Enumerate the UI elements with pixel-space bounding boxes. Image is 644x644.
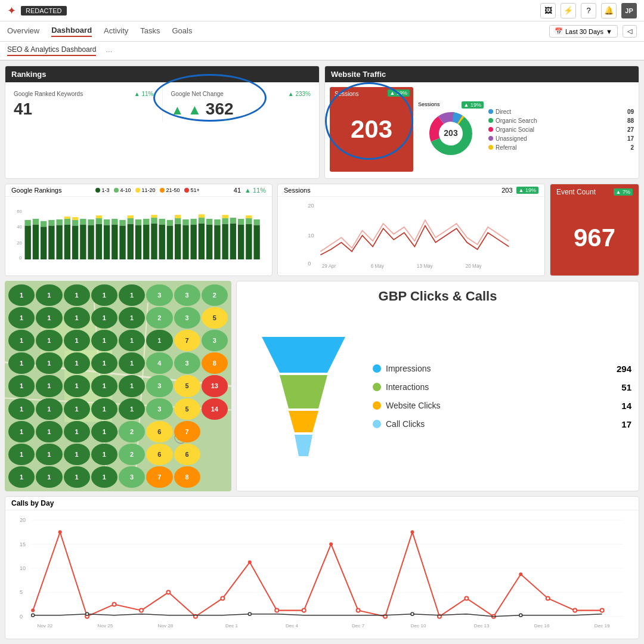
svg-rect-15 <box>41 221 47 227</box>
svg-rect-53 <box>175 224 181 259</box>
subnav-dots[interactable]: ··· <box>106 47 112 55</box>
lightning-icon-btn[interactable]: ⚡ <box>561 3 576 18</box>
svg-rect-77 <box>253 225 259 259</box>
svg-text:Dec 1: Dec 1 <box>225 623 239 628</box>
photo-icon-btn[interactable]: 🖼 <box>540 3 556 18</box>
svg-rect-64 <box>206 219 212 224</box>
svg-point-131 <box>600 609 604 612</box>
svg-text:Nov 25: Nov 25 <box>98 623 113 628</box>
svg-rect-35 <box>112 224 117 259</box>
rankings-body: Google Ranked Keywords ▲ 11% 41 Google N… <box>5 82 319 127</box>
svg-rect-52 <box>167 220 173 225</box>
svg-marker-98 <box>289 411 318 432</box>
grid-dot: 1 <box>36 444 62 465</box>
grid-dot: 1 <box>146 330 172 351</box>
svg-text:Dec 7: Dec 7 <box>352 623 365 628</box>
tab-goals[interactable]: Goals <box>172 26 193 36</box>
bell-icon-btn[interactable]: 🔔 <box>601 3 617 18</box>
svg-rect-41 <box>128 215 134 218</box>
svg-rect-33 <box>104 225 110 259</box>
svg-rect-36 <box>112 219 117 224</box>
legend-unassigned: Unassigned 17 <box>488 135 634 142</box>
legend-referral: Referral 2 <box>488 144 634 151</box>
grid-dot: 3 <box>174 284 200 306</box>
traffic-body: Sessions ▲ 19% 203 Sessions ▲ 19% <box>325 82 639 177</box>
sm-header: Sessions 203 ▲ 19% <box>278 184 544 197</box>
google-ranked-value: 41 <box>14 100 154 119</box>
grid-dot: 1 <box>91 307 117 329</box>
svg-point-130 <box>573 609 577 612</box>
event-badge: ▲ 7% <box>614 188 633 196</box>
gbp-legend-call-clicks: Call Clicks 17 <box>373 419 631 429</box>
svg-rect-44 <box>143 224 149 259</box>
grid-dot: 1 <box>91 444 117 465</box>
svg-rect-16 <box>48 225 54 259</box>
subnav-seo[interactable]: SEO & Analytics Dashboard <box>7 45 96 56</box>
svg-text:0: 0 <box>308 261 311 267</box>
funnel-container <box>244 331 363 462</box>
grid-dot: 1 <box>64 307 90 329</box>
svg-rect-67 <box>222 224 228 259</box>
svg-rect-39 <box>128 224 134 259</box>
svg-point-124 <box>410 530 414 534</box>
svg-rect-49 <box>159 224 165 259</box>
google-net-change-box: Google Net Change ▲ 233% ▲ 362 <box>168 87 315 122</box>
grid-dot: 1 <box>8 330 35 351</box>
funnel-chart <box>256 331 351 462</box>
svg-point-110 <box>31 609 35 612</box>
grid-dot: 1 <box>64 352 90 374</box>
grid-dot: 7 <box>146 466 172 488</box>
svg-rect-14 <box>41 227 47 259</box>
google-ranked-label: Google Ranked Keywords ▲ 11% <box>14 91 154 97</box>
svg-rect-12 <box>33 224 39 259</box>
grid-dot: 1 <box>36 330 62 351</box>
rankings-header: Rankings <box>5 66 319 82</box>
gr-badge: ▲ 11% <box>244 187 266 194</box>
svg-rect-74 <box>246 224 252 259</box>
svg-text:6 May: 6 May <box>371 264 385 269</box>
svg-point-128 <box>519 572 522 576</box>
grid-dot: 1 <box>36 284 62 306</box>
user-avatar[interactable]: JP <box>621 3 637 18</box>
svg-rect-40 <box>128 218 134 224</box>
svg-rect-29 <box>88 219 94 225</box>
svg-rect-65 <box>214 225 220 259</box>
top-nav: ✦ REDACTED 🖼 ⚡ ? 🔔 JP <box>0 0 644 21</box>
grid-dot: 2 <box>146 307 172 329</box>
date-range-btn[interactable]: 📅 Last 30 Days ▼ <box>549 25 618 38</box>
google-net-label: Google Net Change ▲ 233% <box>171 91 311 97</box>
tab-overview[interactable]: Overview <box>7 26 39 36</box>
svg-rect-11 <box>24 220 30 225</box>
svg-marker-99 <box>295 435 312 456</box>
event-label: Event Count <box>556 188 596 196</box>
grid-dot: 1 <box>91 284 117 306</box>
svg-rect-61 <box>199 218 205 223</box>
tabs-bar: Overview Dashboard Activity Tasks Goals … <box>0 21 644 42</box>
svg-text:60: 60 <box>17 209 21 214</box>
divider <box>162 87 163 122</box>
google-ranked-keywords-box: Google Ranked Keywords ▲ 11% 41 <box>10 87 157 122</box>
tab-tasks[interactable]: Tasks <box>140 26 160 36</box>
svg-point-135 <box>411 612 414 615</box>
legend-dot-referral <box>488 145 493 150</box>
grid-dot: 1 <box>119 398 145 420</box>
grid-dot: 1 <box>119 375 145 397</box>
svg-text:15: 15 <box>20 541 26 547</box>
grid-dot: 3 <box>146 398 172 420</box>
grid-dot: 7 <box>174 330 200 351</box>
share-btn[interactable]: ◁ <box>623 25 637 38</box>
date-range-label: Last 30 Days <box>565 28 603 35</box>
svg-point-132 <box>32 614 35 617</box>
tab-dashboard[interactable]: Dashboard <box>51 26 92 37</box>
grid-dot: 8 <box>174 466 200 488</box>
svg-text:Dec 16: Dec 16 <box>534 623 550 628</box>
svg-rect-30 <box>96 224 102 259</box>
tab-activity[interactable]: Activity <box>104 26 128 36</box>
gbp-legend-impressions: Impressions 294 <box>373 364 631 374</box>
svg-text:Dec 19: Dec 19 <box>595 623 610 628</box>
question-icon-btn[interactable]: ? <box>581 3 596 18</box>
grid-dot: 3 <box>174 352 200 374</box>
grid-dot: 5 <box>202 307 228 329</box>
donut-chart: 203 <box>427 110 475 157</box>
grid-dot: 1 <box>119 352 145 374</box>
